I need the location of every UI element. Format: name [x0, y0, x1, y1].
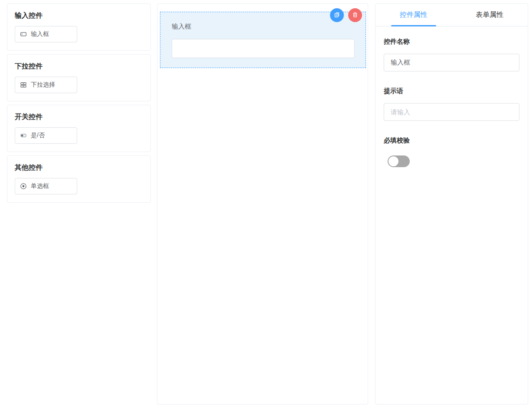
palette-item-yes-no[interactable]: 是/否 [15, 127, 77, 144]
palette-item-input-box[interactable]: 输入框 [15, 26, 77, 42]
selected-widget-input-box[interactable]: 输入框 [160, 12, 366, 68]
widget-preview-input[interactable] [172, 39, 355, 58]
design-canvas[interactable]: 输入框 [157, 3, 368, 405]
tab-form-properties[interactable]: 表单属性 [452, 4, 528, 26]
palette-item-label: 单选框 [31, 182, 49, 190]
toggle-knob [388, 156, 398, 166]
widget-name-input[interactable] [384, 54, 519, 71]
palette-section-title: 开关控件 [15, 113, 144, 121]
placeholder-group: 提示语 [384, 87, 519, 121]
palette-item-label: 下拉选择 [31, 81, 55, 89]
copy-icon [333, 11, 341, 20]
delete-widget-button[interactable] [348, 8, 362, 22]
widget-name-label: 控件名称 [384, 38, 519, 45]
required-toggle[interactable] [388, 155, 410, 167]
widget-palette: 输入控件 输入框 下拉控件 [7, 3, 151, 206]
palette-section-other: 其他控件 单选框 [7, 155, 151, 203]
copy-widget-button[interactable] [330, 8, 344, 22]
palette-section-title: 下拉控件 [15, 62, 144, 71]
properties-panel: 控件属性 表单属性 控件名称 提示语 必填校验 [375, 3, 528, 405]
widget-action-buttons [330, 8, 362, 22]
form-designer-app: 输入控件 输入框 下拉控件 [0, 0, 532, 411]
palette-item-label: 是/否 [31, 132, 45, 139]
select-icon [20, 81, 27, 88]
input-box-icon [20, 31, 27, 38]
required-label: 必填校验 [384, 136, 519, 144]
trash-icon [351, 11, 359, 20]
widget-label: 输入框 [172, 23, 191, 31]
radio-icon [20, 183, 27, 190]
palette-section-title: 输入控件 [15, 11, 144, 20]
palette-section-input: 输入控件 输入框 [7, 3, 151, 51]
required-group: 必填校验 [384, 136, 519, 167]
placeholder-label: 提示语 [384, 87, 519, 94]
tab-widget-properties[interactable]: 控件属性 [375, 4, 452, 26]
palette-section-title: 其他控件 [15, 163, 144, 172]
placeholder-input[interactable] [384, 103, 519, 121]
properties-tabs: 控件属性 表单属性 [375, 4, 528, 26]
palette-item-select[interactable]: 下拉选择 [15, 77, 77, 93]
palette-section-switch: 开关控件 是/否 [7, 105, 151, 152]
palette-section-select: 下拉控件 下拉选择 [7, 54, 151, 101]
widget-name-group: 控件名称 [384, 38, 519, 71]
palette-item-radio[interactable]: 单选框 [15, 178, 77, 194]
palette-item-label: 输入框 [31, 30, 49, 38]
properties-body: 控件名称 提示语 必填校验 [375, 26, 528, 167]
switch-icon [20, 132, 27, 139]
